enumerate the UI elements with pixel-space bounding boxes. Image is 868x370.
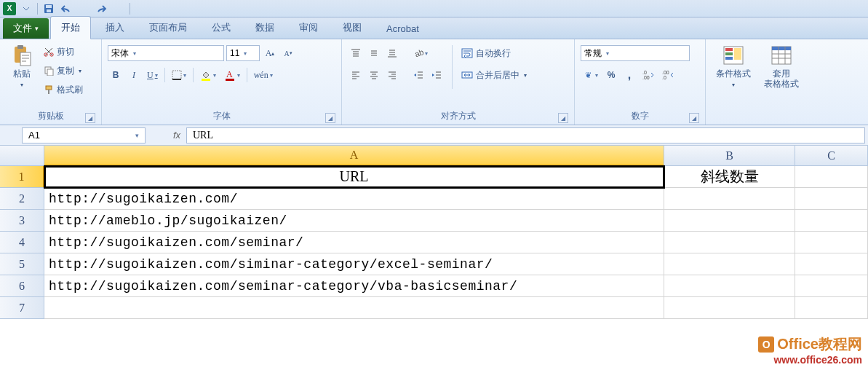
row-header[interactable]: 5 [0,253,44,275]
svg-rect-4 [17,45,23,49]
increase-indent-button[interactable] [429,67,445,83]
cell[interactable]: http://ameblo.jp/sugoikaizen/ [44,210,664,232]
comma-button[interactable]: , [621,67,637,83]
percent-button[interactable]: % [603,67,619,83]
svg-rect-11 [48,90,49,94]
fx-icon[interactable]: fx [167,130,186,141]
ribbon-tabs: 文件▾ 开始 插入 页面布局 公式 数据 审阅 视图 Acrobat [0,17,868,39]
select-all-corner[interactable] [0,146,44,166]
cell[interactable] [795,253,868,275]
svg-rect-10 [46,86,52,90]
redo-button[interactable] [93,1,109,16]
align-top-button[interactable] [348,45,364,61]
clipboard-dialog-launcher[interactable]: ◢ [85,113,95,123]
align-middle-button[interactable] [366,45,382,61]
number-dialog-launcher[interactable]: ◢ [689,113,699,123]
cell[interactable] [795,210,868,232]
formula-input[interactable]: URL [186,127,865,143]
phonetic-button[interactable]: wén [251,67,276,83]
number-format-combo[interactable]: 常规 [581,45,690,61]
paste-button[interactable]: 粘贴▾ [6,42,38,90]
increase-font-button[interactable]: A▴ [262,45,278,61]
cell[interactable]: http://sugoikaizen.com/ [44,188,664,210]
italic-button[interactable]: I [126,67,142,83]
svg-text:.0: .0 [662,75,666,80]
align-center-button[interactable] [366,67,382,83]
svg-text:ab: ab [413,48,423,58]
tab-data[interactable]: 数据 [245,17,284,39]
border-button[interactable] [169,67,189,83]
increase-decimal-button[interactable]: .0.00 [640,67,657,83]
name-box[interactable]: A1 [22,127,146,143]
column-header-c[interactable]: C [795,146,868,166]
cell[interactable] [44,297,664,319]
row-header[interactable]: 2 [0,188,44,210]
group-label-alignment: 对齐方式 [441,111,476,121]
cell-a1[interactable]: URL [44,166,664,188]
svg-rect-2 [47,9,51,12]
conditional-format-button[interactable]: 条件格式▾ [712,42,755,90]
merge-center-button[interactable]: 合并后居中▾ [460,67,528,83]
tab-review[interactable]: 审阅 [289,17,328,39]
font-size-combo[interactable]: 11 [226,45,260,61]
redo-dropdown[interactable] [111,1,127,16]
cell-c1[interactable] [795,166,868,188]
cell-b1[interactable]: 斜线数量 [664,166,795,188]
tab-home[interactable]: 开始 [50,16,91,39]
decrease-decimal-button[interactable]: .00.0 [659,67,677,83]
row-header[interactable]: 1 [0,166,44,188]
format-painter-button[interactable]: 格式刷 [42,82,84,98]
tab-acrobat[interactable]: Acrobat [376,19,429,39]
cell[interactable] [664,210,795,232]
align-left-button[interactable] [348,67,364,83]
currency-button[interactable]: ❦ [581,67,601,83]
fill-color-button[interactable] [197,67,219,83]
cell[interactable] [795,275,868,297]
cell[interactable] [664,275,795,297]
qat-customize[interactable] [133,1,149,16]
font-color-button[interactable]: A [221,67,243,83]
tab-page-layout[interactable]: 页面布局 [139,17,197,39]
cell[interactable] [795,297,868,319]
underline-button[interactable]: U [144,67,161,83]
decrease-indent-button[interactable] [410,67,426,83]
file-tab[interactable]: 文件▾ [3,18,49,39]
tab-view[interactable]: 视图 [333,17,372,39]
quick-access-toolbar: X [0,0,868,17]
decrease-font-button[interactable]: A▾ [280,45,296,61]
undo-button[interactable] [58,1,74,16]
cell[interactable] [795,232,868,253]
row-header[interactable]: 7 [0,297,44,319]
align-right-button[interactable] [384,67,400,83]
row-header[interactable]: 6 [0,275,44,297]
cut-button[interactable]: 剪切 [42,44,84,60]
qat-dropdown[interactable] [18,1,34,16]
group-alignment: ab 自动换行 合并后居中▾ 对齐方式◢ [342,39,575,125]
align-bottom-button[interactable] [384,45,400,61]
cell[interactable]: http://sugoikaizen.com/siminar-category/… [44,253,664,275]
font-name-combo[interactable]: 宋体 [108,45,224,61]
ribbon: 粘贴▾ 剪切 复制▾ 格式刷 剪贴板◢ 宋体 11 A▴ A▾ B I U [0,39,868,125]
cell[interactable] [664,297,795,319]
save-button[interactable] [41,1,57,16]
column-header-a[interactable]: A [44,146,664,166]
copy-button[interactable]: 复制▾ [42,63,84,79]
wrap-text-button[interactable]: 自动换行 [460,45,528,61]
font-dialog-launcher[interactable]: ◢ [325,113,335,123]
cell[interactable]: http://sugoikaizen.com/seminar-category/… [44,275,664,297]
tab-insert[interactable]: 插入 [95,17,135,39]
bold-button[interactable]: B [108,67,124,83]
undo-dropdown[interactable] [76,1,92,16]
cell[interactable] [664,253,795,275]
row-header[interactable]: 4 [0,232,44,253]
cell[interactable] [664,188,795,210]
column-header-b[interactable]: B [664,146,795,166]
cell[interactable]: http://sugoikaizen.com/seminar/ [44,232,664,253]
row-header[interactable]: 3 [0,210,44,232]
alignment-dialog-launcher[interactable]: ◢ [558,113,568,123]
format-as-table-button[interactable]: 套用 表格格式 [760,42,803,90]
cell[interactable] [664,232,795,253]
orientation-button[interactable]: ab [410,45,431,61]
tab-formulas[interactable]: 公式 [202,17,241,39]
cell[interactable] [795,188,868,210]
